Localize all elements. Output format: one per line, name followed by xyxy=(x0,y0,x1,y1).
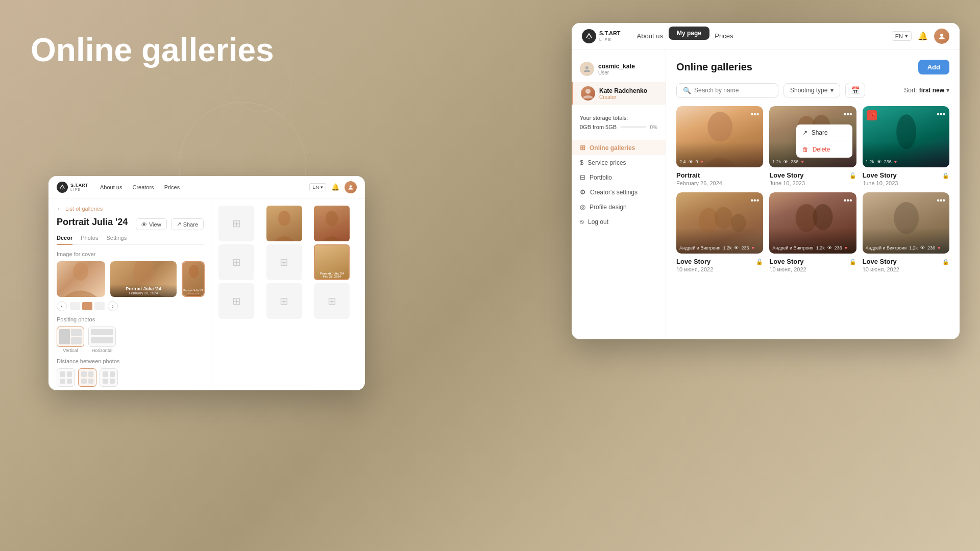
gallery-card-6[interactable]: Андрей и Виктроия 1.2k 👁 236 ♥ ••• Love … xyxy=(863,192,949,272)
sidebar-creator[interactable]: Kate Radchenko Creator xyxy=(572,82,666,105)
hearts-count-2: 236 xyxy=(791,159,798,164)
sw-photo-8[interactable]: ⊞ xyxy=(266,283,302,319)
pose-horizontal[interactable] xyxy=(88,327,116,347)
context-share[interactable]: ↗ Share xyxy=(796,124,852,141)
gallery-card-4[interactable]: Андрей и Виктроия 1.2k 👁 236 ♥ ••• Love … xyxy=(676,192,763,272)
gallery-label-5: Андрей и Виктроия xyxy=(772,245,813,251)
heart-icon-1: ♥ xyxy=(701,159,703,164)
sidebar-item-logout[interactable]: ⎋ Log out xyxy=(572,214,666,229)
card-date-5: 10 июня, 2022 xyxy=(769,266,856,272)
sw-photo-3[interactable] xyxy=(314,206,350,241)
sidebar-item-profile-design[interactable]: ◎ Profile design xyxy=(572,199,666,214)
storage-bar xyxy=(621,126,646,128)
card-date-2: June 10, 2023 xyxy=(769,180,856,186)
gallery-card-3[interactable]: 📌 1.2k 👁 236 ♥ ••• xyxy=(863,106,949,186)
sw-notification-icon[interactable]: 🔔 xyxy=(331,183,339,191)
card-info-3: Love Story 🔒 June 10, 2023 xyxy=(863,167,949,186)
card-menu-4[interactable]: ••• xyxy=(751,196,760,205)
share-icon: ↗ xyxy=(802,129,807,136)
cover-nav: ‹ › xyxy=(57,301,204,311)
shooting-type-filter[interactable]: Shooting type ▾ xyxy=(783,83,840,97)
sidebar-item-label: Log out xyxy=(588,218,608,226)
filters-row: 🔍 Shooting type ▾ 📅 Sort: first new ▾ xyxy=(676,83,949,98)
sw-photo-4[interactable]: ⊞ xyxy=(218,244,254,280)
sw-photo-7[interactable]: ⊞ xyxy=(218,283,254,319)
pose-cell xyxy=(91,329,113,335)
sw-photo-2[interactable] xyxy=(266,206,302,241)
lock-icon-2: 🔓 xyxy=(849,172,856,179)
sw-photo-9[interactable]: ⊞ xyxy=(314,283,350,319)
sidebar-username: cosmic_kate xyxy=(598,63,635,70)
storage-percent: 0% xyxy=(650,124,657,130)
gallery-card-2[interactable]: 1.2k 👁 236 ♥ ••• ↗ Share xyxy=(769,106,856,186)
eye-icon-4: 👁 xyxy=(734,245,739,251)
cover-nav-next[interactable]: › xyxy=(108,301,118,311)
nav-prices[interactable]: Prices xyxy=(715,32,733,40)
card-menu-1[interactable]: ••• xyxy=(751,110,760,118)
tab-decor[interactable]: Decor xyxy=(57,235,72,245)
card-menu-5[interactable]: ••• xyxy=(844,196,852,205)
card-menu-3[interactable]: ••• xyxy=(937,110,945,118)
sw-share-button[interactable]: ↗ Share xyxy=(171,218,204,230)
stat-overlay-4: Андрей и Виктроия 1.2k 👁 236 ♥ xyxy=(679,245,754,251)
user-avatar[interactable] xyxy=(934,29,949,44)
add-gallery-button[interactable]: Add xyxy=(918,60,949,74)
sw-photo-1[interactable]: ⊞ xyxy=(218,206,254,241)
main-window-header: S.T.ART LIFE About us Creators Prices EN… xyxy=(572,23,960,49)
tab-settings[interactable]: Settings xyxy=(106,235,127,245)
sw-breadcrumb-link[interactable]: List of galleries xyxy=(65,206,103,212)
search-box[interactable]: 🔍 xyxy=(676,83,778,98)
calendar-button[interactable]: 📅 xyxy=(845,83,865,98)
sidebar-item-service-prices[interactable]: $ Service prices xyxy=(572,155,666,170)
sw-nav-about[interactable]: About us xyxy=(100,184,122,190)
cover-main-photo[interactable] xyxy=(57,261,105,297)
sidebar-item-creator-settings[interactable]: ⚙ Creator's settings xyxy=(572,185,666,199)
svg-point-3 xyxy=(585,89,591,94)
dist-none[interactable] xyxy=(57,368,75,387)
main-content: Online galleries Add 🔍 Shooting type ▾ 📅… xyxy=(666,49,960,339)
lock-icon-6: 🔒 xyxy=(942,259,949,265)
sidebar-item-online-galleries[interactable]: ⊞ Online galleries xyxy=(572,140,666,155)
cover-preview[interactable]: Portrait Julia '24 February 26, 2024 xyxy=(110,261,177,297)
svg-point-4 xyxy=(707,112,732,141)
sidebar-storage: Your storage totals: 0GB from 5GB 0% xyxy=(572,111,666,134)
lang-selector[interactable]: EN ▾ xyxy=(892,31,912,41)
notification-bell-icon[interactable]: 🔔 xyxy=(918,31,928,41)
cover-dot-3[interactable] xyxy=(94,302,105,310)
gallery-card-5[interactable]: Андрей и Виктроия 1.2k 👁 236 ♥ ••• Love … xyxy=(769,192,856,272)
storage-label: Your storage totals: xyxy=(580,115,657,121)
hearts-count-5: 236 xyxy=(835,245,842,251)
sw-view-button[interactable]: 👁 View xyxy=(136,218,167,230)
view-label: View xyxy=(149,221,161,228)
cover-title-overlay: Portrait Julia '24 xyxy=(113,286,174,291)
logo-sub: LIFE xyxy=(599,37,621,42)
context-delete[interactable]: 🗑 Delete xyxy=(796,141,852,158)
posing-options: Vertical Horizontal xyxy=(57,327,204,353)
sidebar-item-portfolio[interactable]: ⊟ Portfolio xyxy=(572,170,666,185)
card-menu-2[interactable]: ••• xyxy=(844,110,852,118)
dist-large[interactable] xyxy=(100,368,118,387)
cover-phone-preview[interactable]: Portrait Julia '2426 Feb 2024 xyxy=(182,261,205,297)
cover-dot-1[interactable] xyxy=(70,302,80,310)
sort-value[interactable]: first new xyxy=(919,87,944,94)
gallery-card-1[interactable]: 2.4 👁 9 ♥ ••• Portrait February 26, 2024 xyxy=(676,106,763,186)
sw-lang-selector[interactable]: EN▾ xyxy=(309,183,326,191)
sw-user-avatar[interactable] xyxy=(345,181,357,193)
tab-photos[interactable]: Photos xyxy=(81,235,98,245)
my-page-badge[interactable]: My page xyxy=(669,27,709,40)
dist-small[interactable] xyxy=(78,368,96,387)
card-info-4: Love Story 🔓 10 июня, 2022 xyxy=(676,254,763,272)
sw-photo-6[interactable]: Portrait Julia '24Feb 26, 2024 xyxy=(314,244,350,280)
cover-nav-prev[interactable]: ‹ xyxy=(57,301,67,311)
cover-dot-2[interactable] xyxy=(82,302,92,310)
sw-photo-5[interactable]: ⊞ xyxy=(266,244,302,280)
card-menu-6[interactable]: ••• xyxy=(937,196,945,205)
pose-vertical[interactable] xyxy=(57,327,84,347)
price-icon: $ xyxy=(580,159,583,166)
main-logo-icon xyxy=(582,29,596,43)
sw-nav-creators[interactable]: Creators xyxy=(132,184,154,190)
nav-about[interactable]: About us xyxy=(637,32,663,40)
search-input[interactable] xyxy=(694,87,772,94)
sw-header-right: EN▾ 🔔 xyxy=(309,181,357,193)
sw-nav-prices[interactable]: Prices xyxy=(164,184,180,190)
